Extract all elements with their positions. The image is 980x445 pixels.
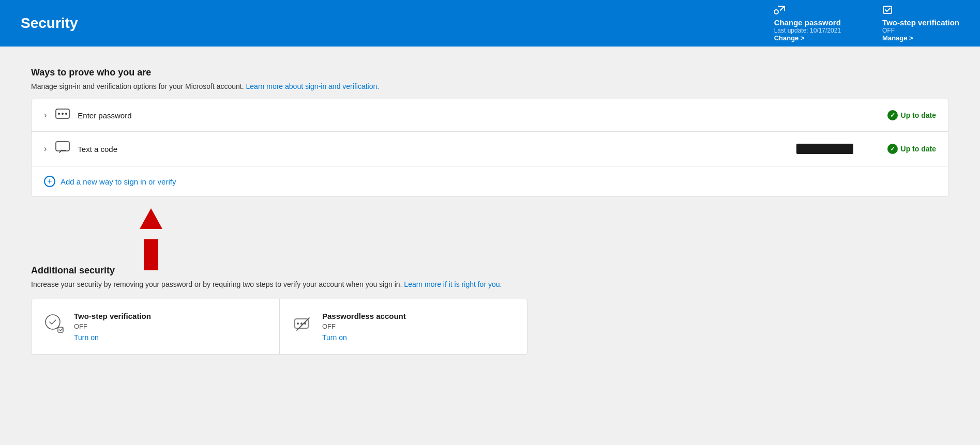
main-content: Ways to prove who you are Manage sign-in…	[0, 47, 980, 445]
two-step-header-action: Two-step verification OFF Manage >	[882, 5, 959, 42]
passwordless-card-icon	[292, 314, 313, 337]
header-actions: Change password Last update: 10/17/2021 …	[774, 5, 959, 42]
svg-rect-8	[58, 327, 63, 332]
additional-section: Additional security Increase your securi…	[31, 265, 949, 355]
table-row: › Enter password ✓ Up to date	[32, 99, 948, 132]
add-circle-icon: +	[44, 176, 55, 187]
change-password-label: Change password	[774, 18, 841, 27]
checkbox-icon	[882, 5, 894, 17]
svg-rect-1	[883, 6, 892, 13]
ways-section-title: Ways to prove who you are	[31, 67, 949, 78]
passwordless-card: Passwordless account OFF Turn on	[280, 299, 528, 354]
chevron-right-icon[interactable]: ›	[44, 111, 47, 120]
table-row: › Text a code ✓ Up to date	[32, 132, 948, 166]
password-status-text: Up to date	[901, 111, 936, 119]
ways-desc-text: Manage sign-in and verification options …	[31, 82, 244, 90]
key-icon	[774, 5, 786, 17]
header: Security Change password Last update: 10…	[0, 0, 980, 47]
change-password-action: Change password Last update: 10/17/2021 …	[774, 5, 841, 42]
add-way-row: + Add a new way to sign in or verify	[32, 166, 948, 196]
red-arrow-annotation	[140, 208, 162, 270]
check-icon-2: ✓	[887, 144, 898, 154]
masked-phone	[796, 144, 853, 154]
svg-point-4	[62, 113, 64, 115]
two-step-header-link[interactable]: Manage >	[882, 34, 913, 42]
password-status: ✓ Up to date	[874, 110, 936, 120]
sms-status-text: Up to date	[901, 145, 936, 153]
add-way-link[interactable]: Add a new way to sign in or verify	[61, 177, 176, 186]
ways-learn-link[interactable]: Learn more about sign-in and verificatio…	[246, 82, 380, 90]
check-icon: ✓	[887, 110, 898, 120]
ways-section-desc: Manage sign-in and verification options …	[31, 82, 949, 90]
two-step-turn-on-link[interactable]: Turn on	[74, 333, 151, 342]
sms-status: ✓ Up to date	[874, 144, 936, 154]
svg-rect-6	[56, 142, 69, 151]
two-step-header-label: Two-step verification	[882, 18, 959, 27]
svg-point-0	[774, 10, 778, 14]
passwordless-card-status: OFF	[322, 323, 406, 330]
passwordless-turn-on-link[interactable]: Turn on	[322, 333, 406, 342]
annotation-arrow-container	[31, 208, 949, 260]
password-icon	[55, 109, 70, 122]
ways-section: Ways to prove who you are Manage sign-in…	[31, 67, 949, 197]
svg-point-10	[297, 323, 299, 325]
two-step-card-title: Two-step verification	[74, 312, 151, 320]
chevron-right-icon-2[interactable]: ›	[44, 144, 47, 154]
change-password-sub: Last update: 10/17/2021	[774, 27, 841, 34]
sms-row-label: Text a code	[78, 145, 796, 154]
sms-icon	[55, 141, 70, 157]
additional-learn-link[interactable]: Learn more if it is right for you.	[404, 280, 502, 288]
two-step-card-body: Two-step verification OFF Turn on	[74, 312, 151, 342]
svg-point-7	[46, 315, 60, 329]
page-title: Security	[21, 15, 78, 32]
two-step-header-status: OFF	[882, 27, 895, 34]
two-step-card: Two-step verification OFF Turn on	[32, 299, 280, 354]
additional-section-desc: Increase your security by removing your …	[31, 280, 949, 288]
passwordless-card-title: Passwordless account	[322, 312, 406, 320]
svg-point-3	[58, 113, 60, 115]
svg-point-5	[65, 113, 67, 115]
password-row-label: Enter password	[78, 111, 874, 120]
prove-table: › Enter password ✓ Up to date ›	[31, 99, 949, 197]
arrow-shaft	[144, 239, 158, 270]
security-cards: Two-step verification OFF Turn on	[31, 299, 527, 355]
passwordless-card-body: Passwordless account OFF Turn on	[322, 312, 406, 342]
additional-desc-text: Increase your security by removing your …	[31, 280, 402, 288]
arrow-head	[140, 208, 162, 229]
two-step-card-status: OFF	[74, 323, 151, 330]
additional-section-title: Additional security	[31, 265, 949, 276]
two-step-card-icon	[44, 314, 65, 337]
change-password-link[interactable]: Change >	[774, 34, 805, 42]
